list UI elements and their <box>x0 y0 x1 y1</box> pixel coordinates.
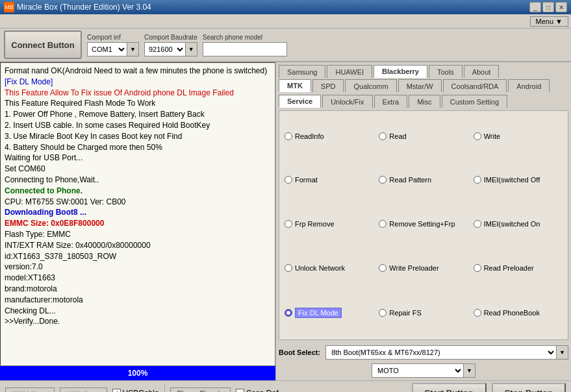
tab-row2: MTK SPD Qualcomm Mstar/W Coolsand/RDA An… <box>279 79 568 92</box>
scan-def-check[interactable]: Scan Def <box>236 389 278 393</box>
log-line: 2. Insert USB cable. In some cases Requi… <box>5 120 271 131</box>
baudrate-select[interactable]: 921600 460800 115200 <box>145 44 185 55</box>
option-item-readinfo[interactable]: ReadInfo <box>285 116 374 156</box>
tab-mstar[interactable]: Mstar/W <box>398 79 442 92</box>
log-line: id:XT1663_S378_180503_ROW <box>5 251 271 262</box>
option-label: Read PhoneBook <box>484 309 540 317</box>
title-bar-left: MB Miracle Box (Thunder Edition) Ver 3.0… <box>4 2 151 12</box>
log-line: Checking DL... <box>5 306 271 317</box>
comport-select-wrap[interactable]: COM1 COM2 ▼ <box>87 42 139 56</box>
log-line: >>Verify...Done. <box>5 316 271 327</box>
boot-select-wrap[interactable]: 8th Boot(MT65xx & MT67xx/8127) ▼ <box>325 345 568 360</box>
baudrate-dropdown-arrow[interactable]: ▼ <box>185 43 197 56</box>
tab-custom-setting[interactable]: Custom Setting <box>442 95 507 108</box>
option-item-remove-setting+frp[interactable]: Remove Setting+Frp <box>379 204 468 244</box>
log-line: INT/EXT RAM Size: 0x40000/0x80000000 <box>5 240 271 251</box>
radio-circle <box>379 309 387 317</box>
radio-circle <box>379 264 387 272</box>
radio-circle <box>474 309 481 317</box>
option-label: IMEI(switched On <box>484 220 540 228</box>
usb-scan-button[interactable]: USB Scan <box>60 387 107 393</box>
log-line: Set COM60 <box>5 164 271 175</box>
close-button[interactable]: ✕ <box>555 2 567 12</box>
log-line: brand:motorola <box>5 284 271 295</box>
search-input[interactable] <box>203 42 287 56</box>
log-line: Downloading Boot8 ... <box>5 207 271 218</box>
option-item-format[interactable]: Format <box>285 160 374 201</box>
tab-coolsand[interactable]: Coolsand/RDA <box>443 79 507 92</box>
option-item-fix-dl-mode[interactable]: Fix DL Mode <box>285 291 374 334</box>
tab-row3: Service Unlock/Fix Extra Misc Custom Set… <box>279 95 568 108</box>
moto-dropdown-arrow[interactable]: ▼ <box>463 364 475 377</box>
option-item-read-preloader[interactable]: Read Preloader <box>474 248 563 288</box>
option-item-read-phonebook[interactable]: Read PhoneBook <box>474 291 563 334</box>
main-area: Format nand OK(Android Need to wait a fe… <box>0 62 571 380</box>
stop-button[interactable]: Stop Button <box>492 383 566 392</box>
log-area[interactable]: Format nand OK(Android Need to wait a fe… <box>0 62 275 366</box>
log-line: This Feature Required Flash Mode To Work <box>5 98 271 109</box>
menu-button[interactable]: Menu ▼ <box>530 16 568 27</box>
usb-cable-checkbox[interactable] <box>112 389 121 392</box>
moto-select-row: MOTO ▼ <box>279 363 568 378</box>
minimize-button[interactable]: _ <box>529 2 541 12</box>
radio-circle <box>474 220 481 228</box>
moto-select[interactable]: MOTO <box>372 366 463 375</box>
log-line: Format nand OK(Android Need to wait a fe… <box>5 66 271 77</box>
option-label: Remove Setting+Frp <box>389 220 455 228</box>
tab-misc[interactable]: Misc <box>409 95 440 108</box>
log-line: [Fix DL Mode] <box>5 77 271 88</box>
scan-def-checkbox[interactable] <box>236 389 244 392</box>
com-scan-button[interactable]: COM Scan <box>5 387 55 393</box>
phone-pinouts-button[interactable]: Phone Pinouts <box>170 387 231 393</box>
tab-huawei[interactable]: HUAWEI <box>327 65 372 78</box>
tab-mtk[interactable]: MTK <box>279 79 311 92</box>
option-item-imei(switched-on[interactable]: IMEI(switched On <box>474 204 563 244</box>
comport-group: Comport inf COM1 COM2 ▼ <box>87 34 139 56</box>
usb-cable-check[interactable]: USBCable <box>112 389 159 393</box>
option-label: Read Pattern <box>389 176 431 184</box>
log-line: Flash Type: EMMC <box>5 229 271 240</box>
option-item-repair-fs[interactable]: Repair FS <box>379 291 468 334</box>
boot-select[interactable]: 8th Boot(MT65xx & MT67xx/8127) <box>326 348 556 357</box>
option-item-read-pattern[interactable]: Read Pattern <box>379 160 468 201</box>
comport-select[interactable]: COM1 COM2 <box>88 44 127 55</box>
tab-qualcomm[interactable]: Qualcomm <box>345 79 396 92</box>
boot-dropdown-arrow[interactable]: ▼ <box>556 346 568 359</box>
tab-about[interactable]: About <box>464 65 500 78</box>
moto-select-wrap[interactable]: MOTO ▼ <box>372 363 476 378</box>
option-label: Repair FS <box>389 309 422 317</box>
tab-tools[interactable]: Tools <box>429 65 463 78</box>
connect-button[interactable]: Connect Button <box>4 31 82 59</box>
log-line: Connecting to Phone,Wait.. <box>5 175 271 186</box>
options-panel: ReadInfoReadWriteFormatRead PatternIMEI(… <box>279 110 568 340</box>
maximize-button[interactable]: □ <box>542 2 554 12</box>
option-label: Read Preloader <box>484 264 534 272</box>
option-item-write-preloader[interactable]: Write Preloader <box>379 248 468 288</box>
option-item-imei(switched-off[interactable]: IMEI(switched Off <box>474 160 563 201</box>
comport-label: Comport inf <box>87 34 139 41</box>
option-label: ReadInfo <box>295 132 324 140</box>
option-item-read[interactable]: Read <box>379 116 468 156</box>
tab-samsung[interactable]: Samsung <box>279 65 325 78</box>
baudrate-select-wrap[interactable]: 921600 460800 115200 ▼ <box>144 42 197 56</box>
option-label: Write Preloader <box>389 264 438 272</box>
app-icon: MB <box>4 2 14 12</box>
tab-blackberry[interactable]: Blackberry <box>374 65 427 78</box>
option-item-unlock-network[interactable]: Unlock Network <box>285 248 374 288</box>
tab-android[interactable]: Android <box>508 79 550 92</box>
option-label: Read <box>389 132 406 140</box>
comport-dropdown-arrow[interactable]: ▼ <box>127 43 138 56</box>
option-label: Format <box>295 176 318 184</box>
start-button[interactable]: Start Button <box>412 383 487 392</box>
option-item-write[interactable]: Write <box>474 116 563 156</box>
bottom-actions: COM Scan USB Scan USBCable Phone Pinouts… <box>0 380 571 392</box>
log-line: 4. Battery Should be Charged more then 5… <box>5 142 271 153</box>
tab-service[interactable]: Service <box>279 95 321 108</box>
tab-extra[interactable]: Extra <box>374 95 408 108</box>
tab-unlock-fix[interactable]: Unlock/Fix <box>322 95 372 108</box>
log-line: version:7.0 <box>5 262 271 273</box>
radio-circle <box>285 309 292 317</box>
log-line: Connected to Phone. <box>5 186 271 197</box>
option-item-frp-remove[interactable]: Frp Remove <box>285 204 374 244</box>
tab-spd[interactable]: SPD <box>312 79 344 92</box>
